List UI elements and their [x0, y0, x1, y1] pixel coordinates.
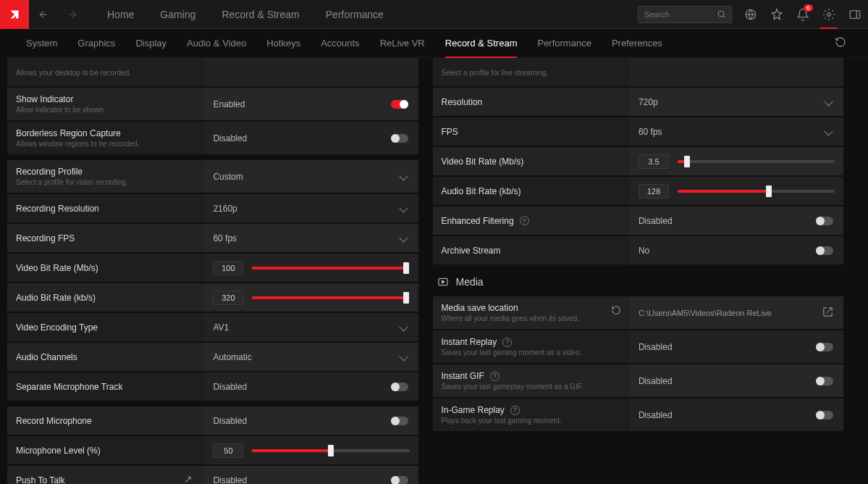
label-title: Separate Microphone Track	[16, 382, 195, 392]
toggle-ingame-replay[interactable]	[816, 411, 833, 420]
row-video-bitrate: Video Bit Rate (Mb/s)	[7, 254, 418, 282]
label-desc: Allows your desktop to be recorded.	[16, 69, 195, 77]
label-title: Audio Bit Rate (kb/s)	[16, 293, 195, 303]
row-record-mic: Record Microphone Disabled	[7, 406, 418, 435]
label-desc: Saves your last gaming moment as a video…	[442, 349, 621, 356]
row-stream-fps: FPS 60 fps	[433, 117, 844, 146]
tab-graphics[interactable]: Graphics	[67, 29, 125, 58]
select-recording-profile[interactable]: Custom	[204, 160, 418, 193]
nav-performance[interactable]: Performance	[314, 0, 395, 29]
label-title: Microphone Level (%)	[16, 446, 195, 456]
search-icon[interactable]	[717, 9, 726, 21]
toggle-archive-stream[interactable]	[816, 246, 833, 255]
tab-performance[interactable]: Performance	[527, 29, 601, 58]
input-video-bitrate[interactable]	[213, 261, 243, 275]
slider-audio-bitrate[interactable]	[252, 296, 409, 299]
label-desc: Where all your media goes when its saved…	[442, 314, 621, 322]
help-icon[interactable]: ?	[510, 406, 520, 415]
notifications-icon[interactable]: 6	[790, 0, 816, 29]
tab-hotkeys[interactable]: Hotkeys	[256, 29, 311, 58]
select-recording-resolution[interactable]: 2160p	[204, 194, 418, 222]
svg-point-0	[718, 11, 724, 17]
toggle-instant-gif[interactable]	[816, 377, 833, 385]
web-icon[interactable]	[738, 0, 764, 29]
slider-stream-abr[interactable]	[678, 190, 835, 193]
row-stream-resolution: Resolution 720p	[433, 88, 844, 116]
slider-video-bitrate[interactable]	[252, 267, 409, 270]
row-encoding-type: Video Encoding Type AV1	[7, 313, 418, 341]
content: Allows your desktop to be recorded. Show…	[0, 58, 868, 484]
label-title: Media save location	[442, 303, 518, 313]
row-mic-level: Microphone Level (%)	[7, 436, 418, 464]
row-separate-mic: Separate Microphone Track Disabled	[7, 372, 418, 401]
toggle-enhanced-filtering[interactable]	[816, 217, 833, 225]
back-button[interactable]	[29, 0, 58, 29]
tab-audio-video[interactable]: Audio & Video	[177, 29, 256, 58]
tab-relive-vr[interactable]: ReLive VR	[370, 29, 435, 58]
input-mic-level[interactable]	[213, 443, 243, 458]
label-title: Recording Resolution	[16, 204, 195, 214]
tab-system[interactable]: System	[16, 29, 67, 58]
slider-mic-level[interactable]	[252, 449, 409, 452]
label-desc: Allows window regions to be recorded.	[16, 140, 195, 148]
label-title: Video Bit Rate (Mb/s)	[16, 263, 195, 273]
toggle-borderless[interactable]	[391, 134, 408, 143]
help-icon[interactable]: ?	[490, 372, 500, 381]
amd-logo[interactable]	[0, 0, 29, 29]
row-borderless: Borderless Region Capture Allows window …	[7, 122, 418, 154]
value-text: Disabled	[639, 216, 673, 226]
label-desc: Saves your last gameplay moment as a GIF…	[442, 383, 621, 391]
sub-nav: System Graphics Display Audio & Video Ho…	[0, 29, 868, 58]
select-stream-fps[interactable]: 60 fps	[630, 117, 843, 146]
settings-icon[interactable]	[816, 0, 842, 29]
topbar: Home Gaming Record & Stream Performance …	[0, 0, 868, 29]
label-title: Archive Stream	[442, 246, 621, 256]
share-icon[interactable]: ↗	[184, 473, 193, 484]
tab-record-stream[interactable]: Record & Stream	[435, 29, 528, 58]
input-stream-vbr[interactable]	[639, 154, 669, 169]
row-instant-gif: Instant GIF? Saves your last gameplay mo…	[433, 364, 844, 397]
select-stream-resolution[interactable]: 720p	[630, 88, 843, 116]
left-column: Allows your desktop to be recorded. Show…	[0, 58, 426, 484]
help-icon[interactable]: ?	[520, 216, 529, 225]
row-stream-vbr: Video Bit Rate (Mb/s)	[433, 147, 844, 175]
nav-gaming[interactable]: Gaming	[148, 0, 207, 29]
undo-icon[interactable]	[611, 305, 621, 317]
label-title: Instant GIF	[442, 371, 484, 381]
row-push-to-talk: Push To Talk↗ Disabled	[7, 466, 418, 484]
value-text: Disabled	[213, 416, 247, 426]
toggle-record-mic[interactable]	[391, 417, 408, 425]
slider-stream-vbr[interactable]	[678, 160, 835, 163]
label-title: FPS	[442, 127, 621, 137]
label-desc: Select a profile for live streaming.	[442, 69, 621, 77]
window-controls-icon[interactable]	[842, 0, 868, 29]
nav-record-stream[interactable]: Record & Stream	[210, 0, 311, 29]
value-text: Disabled	[639, 342, 673, 352]
toggle-show-indicator[interactable]	[391, 100, 408, 109]
tab-display[interactable]: Display	[125, 29, 177, 58]
notification-badge: 6	[804, 4, 813, 12]
nav-home[interactable]: Home	[96, 0, 146, 29]
row-desktop-partial: Allows your desktop to be recorded.	[7, 58, 418, 86]
toggle-separate-mic[interactable]	[391, 383, 408, 391]
toggle-instant-replay[interactable]	[816, 343, 833, 351]
section-title: Media	[456, 276, 484, 288]
reset-icon[interactable]	[829, 36, 852, 50]
value-text: Disabled	[213, 475, 247, 485]
row-stream-abr: Audio Bit Rate (kb/s)	[433, 177, 844, 205]
input-stream-abr[interactable]	[639, 184, 669, 199]
label-title: In-Game Replay	[442, 405, 505, 415]
favorites-icon[interactable]	[764, 0, 790, 29]
help-icon[interactable]: ?	[502, 338, 512, 347]
svg-rect-3	[850, 10, 860, 18]
toggle-ptt[interactable]	[391, 476, 408, 485]
input-audio-bitrate[interactable]	[213, 291, 243, 305]
value-text: Enabled	[213, 99, 245, 109]
browse-folder-icon[interactable]	[822, 306, 833, 320]
forward-button[interactable]	[58, 0, 87, 29]
select-recording-fps[interactable]: 60 fps	[204, 224, 418, 252]
tab-accounts[interactable]: Accounts	[311, 29, 369, 58]
tab-preferences[interactable]: Preferences	[602, 29, 673, 58]
select-audio-channels[interactable]: Automatic	[204, 343, 418, 371]
select-encoding-type[interactable]: AV1	[204, 313, 418, 341]
